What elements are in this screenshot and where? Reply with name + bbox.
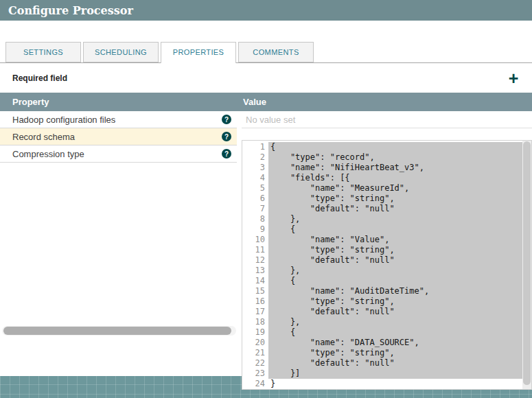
code-line: },	[268, 214, 522, 224]
code-line: "default": "null"	[268, 307, 522, 317]
code-line: "type": "string",	[268, 194, 522, 204]
property-name: Record schema	[12, 132, 75, 142]
line-number: 21	[242, 348, 265, 358]
dialog-title: Configure Processor	[8, 4, 133, 17]
line-number: 13	[242, 266, 265, 276]
required-field-label: Required field	[12, 66, 67, 91]
vertical-scrollbar-thumb[interactable]	[523, 141, 531, 385]
property-row-record-schema[interactable]: Record schema ?	[0, 128, 237, 145]
line-number: 17	[242, 307, 265, 317]
line-number: 1	[242, 142, 265, 152]
editor-vertical-scrollbar	[522, 141, 531, 389]
line-number: 9	[242, 224, 265, 235]
code-line: "type": "string",	[268, 245, 522, 255]
line-number: 3	[242, 163, 265, 173]
tab-properties[interactable]: PROPERTIES	[161, 42, 236, 63]
code-line: {	[268, 142, 522, 152]
properties-table-header: Property Value	[0, 93, 532, 111]
code-line: "default": "null"	[268, 255, 522, 266]
property-row-compression-type[interactable]: Compression type ?	[0, 145, 237, 163]
code-line: "fields": [{	[268, 173, 522, 183]
line-number: 8	[242, 214, 265, 224]
code-line: {	[268, 327, 522, 338]
tab-settings[interactable]: SETTINGS	[5, 42, 81, 62]
tab-scheduling[interactable]: SCHEDULING	[83, 42, 159, 62]
tab-comments[interactable]: COMMENTS	[238, 42, 314, 62]
line-number: 2	[242, 152, 265, 163]
tab-bar: SETTINGSSCHEDULINGPROPERTIESCOMMENTS	[0, 42, 532, 63]
line-number: 14	[242, 276, 265, 286]
editor-code[interactable]: { "type": "record", "name": "NifiHeartBe…	[268, 141, 522, 389]
line-number: 7	[242, 204, 265, 214]
code-line: }	[268, 379, 522, 389]
code-line: {	[268, 276, 522, 286]
code-line: "type": "string",	[268, 296, 522, 307]
code-line: "name": "DATA_SOURCE",	[268, 338, 522, 348]
property-list: Hadoop configuration files ? Record sche…	[0, 111, 237, 163]
tab-bar-divider	[0, 62, 532, 63]
value-cell-hadoop-configuration-files[interactable]: No value set	[242, 111, 532, 128]
property-name: Hadoop configuration files	[12, 115, 115, 125]
horizontal-scrollbar-thumb[interactable]	[3, 327, 231, 335]
code-line: },	[268, 266, 522, 276]
code-line: },	[268, 317, 522, 327]
code-line: "default": "null"	[268, 358, 522, 368]
line-number: 19	[242, 327, 265, 338]
help-icon[interactable]: ?	[222, 132, 231, 141]
code-line: "name": "Value",	[268, 235, 522, 245]
line-number: 12	[242, 255, 265, 266]
line-number: 18	[242, 317, 265, 327]
column-header-value: Value	[237, 97, 266, 107]
line-number: 11	[242, 245, 265, 255]
code-line: "name": "AuditDateTime",	[268, 286, 522, 296]
help-icon[interactable]: ?	[222, 115, 231, 124]
property-list-horizontal-scrollbar	[2, 326, 236, 336]
code-line: {	[268, 224, 522, 235]
code-line: "type": "record",	[268, 152, 522, 163]
plus-icon: +	[509, 69, 519, 89]
line-number: 4	[242, 173, 265, 183]
line-number: 5	[242, 183, 265, 194]
code-line: "name": "MeasureId",	[268, 183, 522, 194]
help-icon[interactable]: ?	[222, 149, 231, 159]
line-number: 20	[242, 338, 265, 348]
code-line: "name": "NifiHeartBeat_v3",	[268, 163, 522, 173]
code-line: }]	[268, 368, 522, 379]
line-number: 15	[242, 286, 265, 296]
line-number: 10	[242, 235, 265, 245]
property-name: Compression type	[12, 149, 84, 159]
editor-gutter: 123456789101112131415161718192021222324	[242, 141, 268, 389]
code-line: "default": "null"	[268, 204, 522, 214]
dialog-header: Configure Processor	[0, 0, 532, 21]
code-line: "type": "string",	[268, 348, 522, 358]
line-number: 24	[242, 379, 265, 389]
column-header-property: Property	[0, 97, 237, 107]
required-field-row: Required field +	[0, 66, 532, 91]
line-number: 6	[242, 194, 265, 204]
line-number: 22	[242, 358, 265, 368]
record-schema-value-editor[interactable]: 123456789101112131415161718192021222324 …	[242, 140, 532, 390]
property-row-hadoop-configuration-files[interactable]: Hadoop configuration files ?	[0, 111, 237, 128]
line-number: 23	[242, 368, 265, 379]
line-number: 16	[242, 296, 265, 307]
add-property-button[interactable]: +	[503, 68, 524, 89]
